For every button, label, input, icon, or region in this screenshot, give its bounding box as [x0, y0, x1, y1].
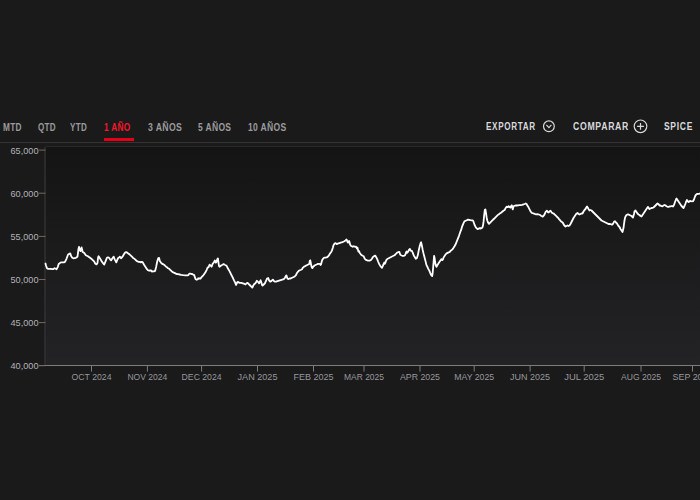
svg-text:JAN 2025: JAN 2025: [238, 371, 278, 382]
svg-text:NOV 2024: NOV 2024: [127, 371, 167, 382]
svg-text:55,000: 55,000: [11, 231, 40, 242]
svg-text:FEB 2025: FEB 2025: [294, 371, 334, 382]
svg-text:MAY 2025: MAY 2025: [454, 371, 494, 382]
svg-text:MAR 2025: MAR 2025: [344, 371, 384, 382]
svg-text:60,000: 60,000: [11, 188, 40, 199]
svg-text:AUG 2025: AUG 2025: [621, 371, 661, 382]
svg-text:65,000: 65,000: [11, 145, 40, 156]
svg-text:DEC 2024: DEC 2024: [182, 371, 222, 382]
svg-text:JUN 2025: JUN 2025: [510, 371, 550, 382]
svg-text:OCT 2024: OCT 2024: [72, 371, 112, 382]
svg-text:45,000: 45,000: [11, 317, 40, 328]
svg-text:SEP 2025: SEP 2025: [673, 371, 700, 382]
svg-text:APR 2025: APR 2025: [400, 371, 440, 382]
svg-text:40,000: 40,000: [11, 360, 40, 371]
svg-text:JUL 2025: JUL 2025: [564, 371, 604, 382]
svg-text:50,000: 50,000: [11, 274, 40, 285]
